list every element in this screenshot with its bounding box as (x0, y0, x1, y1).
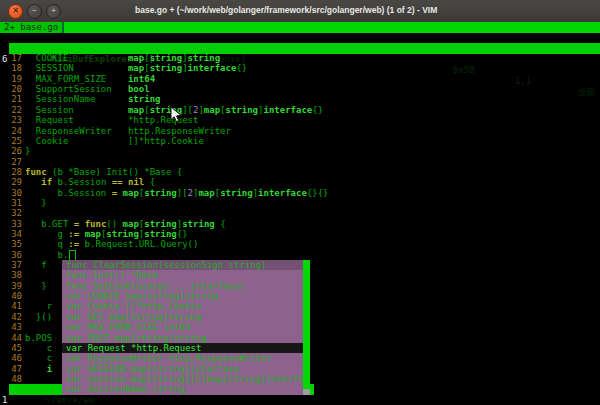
completion-item[interactable]: var SESSION map[string]interface (62, 364, 303, 375)
minibufexplorer-line: [1:base.go]*[2:page.go] (0, 32, 600, 43)
completion-item[interactable]: var GET map[string]string (62, 312, 303, 323)
vim-window: ✕ − + base.go + (~/work/web/golanger/fra… (0, 0, 600, 405)
statusline-minibufexplorer: 6 -MiniBufExplorer-[-][none,utf-8,unix] … (0, 43, 600, 54)
line-number: 36 (0, 250, 22, 261)
completion-item[interactable]: var Session map[string][2]map[string]int… (62, 374, 303, 385)
line-number: 24 (0, 126, 22, 137)
completion-item[interactable]: var COOKIE map[string]string (62, 291, 303, 302)
line-number: 46 (0, 353, 22, 364)
code-line[interactable]: 22 Session map[string][2]map[string]inte… (0, 105, 600, 116)
line-number: 43 (0, 322, 22, 333)
code-line[interactable]: 27 (0, 157, 600, 168)
code-line[interactable]: 24 ResponseWriter http.ResponseWriter (0, 126, 600, 137)
code-line[interactable]: 23 Request *http.Request (0, 115, 600, 126)
completion-item[interactable]: func SetCookie(args ...interface) (62, 281, 303, 292)
code-line[interactable]: 26} (0, 146, 600, 157)
code-line[interactable]: 28func (b *Base) Init() *Base { (0, 167, 600, 178)
minimize-icon[interactable]: − (27, 4, 42, 19)
code-line[interactable]: 20 SupportSession bool (0, 84, 600, 95)
line-number: 42 (0, 312, 22, 323)
text-cursor (69, 250, 76, 261)
completion-item[interactable]: var POST map[string]string (62, 333, 303, 344)
line-number: 32 (0, 208, 22, 219)
mouse-pointer-icon (170, 106, 182, 123)
completion-item[interactable]: var MAX_FORM_SIZE int64 (62, 322, 303, 333)
completion-item[interactable]: var SessionName string (62, 384, 303, 395)
line-number: 38 (0, 270, 22, 281)
line-number: 26 (0, 146, 22, 157)
completion-item[interactable]: func ClearSession(sessionSign string) (62, 260, 303, 271)
line-number: 19 (0, 74, 22, 85)
code-line[interactable]: 36 b. (0, 250, 600, 261)
code-line[interactable]: 34 g := map[string]string{} (0, 229, 600, 240)
vim-tabline: 2+ base.go (0, 22, 600, 33)
close-icon[interactable]: ✕ (8, 4, 23, 19)
line-number: 31 (0, 198, 22, 209)
line-number: 47 (0, 364, 22, 375)
completion-item[interactable]: func Init() *Base (62, 270, 303, 281)
line-number: 30 (0, 188, 22, 199)
code-line[interactable]: 25 Cookie []*http.Cookie (0, 136, 600, 147)
popup-scrollbar-thumb[interactable] (303, 260, 310, 389)
line-number: 33 (0, 219, 22, 230)
line-number: 20 (0, 84, 22, 95)
line-number: 48 (0, 374, 22, 385)
line-number: 37 (0, 260, 22, 271)
code-line[interactable]: 30 b.Session = map[string][2]map[string]… (0, 188, 600, 199)
code-line[interactable]: 32 (0, 208, 600, 219)
code-line[interactable]: 31 } (0, 198, 600, 209)
line-number: 34 (0, 229, 22, 240)
code-line[interactable]: 17 COOKIE map[string]string (0, 53, 600, 64)
line-number: 25 (0, 136, 22, 147)
line-number: 28 (0, 167, 22, 178)
line-number: 29 (0, 177, 22, 188)
completion-item[interactable]: var Cookie []*http.Cookie (62, 301, 303, 312)
titlebar: ✕ − + base.go + (~/work/web/golanger/fra… (0, 0, 600, 23)
line-number: 44 (0, 333, 22, 344)
line-number: 22 (0, 105, 22, 116)
line-number: 27 (0, 157, 22, 168)
line-number: 21 (0, 94, 22, 105)
tab-base-go[interactable]: 2+ base.go (0, 22, 64, 33)
line-number: 18 (0, 63, 22, 74)
line-number: 17 (0, 53, 22, 64)
line-number: 39 (0, 281, 22, 292)
command-line: -- 全能补全 (^O^N^P) 匹配 9 / 14 (0, 395, 600, 405)
code-line[interactable]: 18 SESSION map[string]interface{} (0, 63, 600, 74)
line-number: 41 (0, 301, 22, 312)
code-line[interactable]: 21 SessionName string (0, 94, 600, 105)
code-line[interactable]: 19 MAX_FORM_SIZE int64 (0, 74, 600, 85)
line-number: 45 (0, 343, 22, 354)
maximize-icon[interactable]: + (46, 4, 61, 19)
line-number: 35 (0, 239, 22, 250)
code-line[interactable]: 35 q := b.Request.URL.Query() (0, 239, 600, 250)
code-line[interactable]: 33 b.GET = func() map[string]string { (0, 219, 600, 230)
window-title: base.go + (~/work/web/golanger/framework… (135, 5, 437, 15)
line-number: 23 (0, 115, 22, 126)
statusline-bar: -MiniBufExplorer-[-][none,utf-8,unix] 0x… (9, 43, 600, 54)
line-number: 40 (0, 291, 22, 302)
completion-item[interactable]: var ResponseWriter http.ResponseWriter (62, 353, 303, 364)
code-line[interactable]: 29 if b.Session == nil { (0, 177, 600, 188)
completion-item-selected[interactable]: var Request *http.Request (62, 343, 303, 354)
popup-scrollbar[interactable] (303, 260, 310, 395)
